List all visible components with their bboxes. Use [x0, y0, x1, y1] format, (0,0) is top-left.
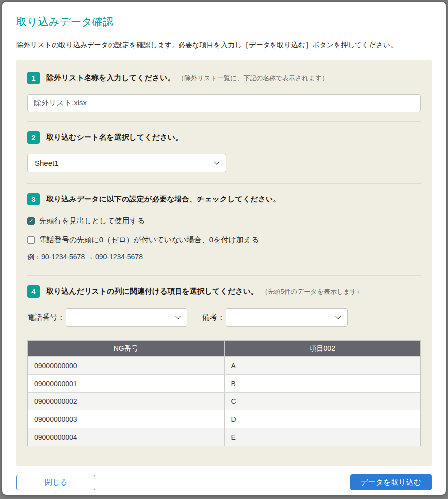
- header-row-checkbox-label: 先頭行を見出しとして使用する: [39, 216, 145, 226]
- section4-label-wrap: 取り込んだリストの列に関連付ける項目を選択してください。 （先頭5件のデータを表…: [46, 287, 363, 296]
- section4-note: （先頭5件のデータを表示します）: [261, 288, 362, 295]
- phone-column-select[interactable]: [66, 308, 187, 327]
- page-title: 取り込みデータ確認: [16, 15, 432, 29]
- table-row: 09000000002 C: [28, 392, 420, 410]
- section-list-name: 1 除外リスト名称を入力してください。 （除外リスト一覧に、下記の名称で表示され…: [27, 72, 421, 121]
- table-cell: 09000000000: [28, 357, 224, 374]
- section3-header: 3 取り込みデータに以下の設定が必要な場合、チェックしてください。: [27, 193, 421, 205]
- section-column-mapping: 4 取り込んだリストの列に関連付ける項目を選択してください。 （先頭5件のデータ…: [27, 275, 421, 446]
- table-cell: B: [224, 375, 421, 392]
- step1-badge: 1: [27, 72, 40, 84]
- table-row: 09000000004 E: [28, 428, 420, 446]
- table-cell: 09000000001: [28, 375, 224, 392]
- header-row-checkbox-row[interactable]: 先頭行を見出しとして使用する: [27, 216, 421, 226]
- section1-label-wrap: 除外リスト名称を入力してください。 （除外リスト一覧に、下記の名称で表示されます…: [46, 73, 328, 83]
- table-cell: C: [224, 393, 421, 410]
- table-header-row: NG番号 項目002: [28, 341, 420, 356]
- section2-header: 2 取り込むシート名を選択してください。: [27, 131, 421, 144]
- chevron-down-icon: [175, 313, 180, 319]
- close-button[interactable]: 閉じる: [16, 475, 95, 490]
- section-options: 3 取り込みデータに以下の設定が必要な場合、チェックしてください。 先頭行を見出…: [27, 183, 421, 275]
- table-header-item002: 項目002: [224, 341, 421, 356]
- section4-header: 4 取り込んだリストの列に関連付ける項目を選択してください。 （先頭5件のデータ…: [27, 285, 421, 298]
- step2-badge: 2: [27, 131, 40, 144]
- dialog-subtitle: 除外リストの取り込みデータの設定を確認します。必要な項目を入力し［データを取り込…: [16, 41, 432, 50]
- chevron-down-icon: [214, 159, 219, 164]
- zero-example-text: 例：90-1234-5678 → 090-1234-5678: [27, 253, 421, 262]
- mapping-row: 電話番号： 備考：: [27, 308, 421, 327]
- sheet-select-value: Sheet1: [35, 159, 59, 167]
- table-row: 09000000003 D: [28, 410, 420, 428]
- dialog-footer: 閉じる データを取り込む: [16, 474, 432, 490]
- table-cell: 09000000004: [28, 428, 224, 446]
- chevron-down-icon: [335, 313, 341, 319]
- remarks-map-label: 備考：: [202, 313, 225, 322]
- table-cell: E: [224, 428, 421, 446]
- header-row-checkbox[interactable]: [27, 217, 35, 225]
- table-cell: 09000000003: [28, 410, 224, 428]
- table-header-ng-number: NG番号: [28, 341, 224, 356]
- preview-table: NG番号 項目002 09000000000 A 09000000001 B 0…: [27, 340, 421, 446]
- sheet-select[interactable]: Sheet1: [27, 154, 226, 172]
- table-cell: A: [224, 357, 421, 374]
- section1-note: （除外リスト一覧に、下記の名称で表示されます）: [178, 74, 328, 82]
- add-zero-checkbox-row[interactable]: 電話番号の先頭に0（ゼロ）が付いていない場合、0を付け加える: [27, 235, 421, 245]
- table-row: 09000000000 A: [28, 356, 420, 374]
- table-row: 09000000001 B: [28, 374, 420, 392]
- remarks-column-select[interactable]: [226, 308, 348, 327]
- section4-label: 取り込んだリストの列に関連付ける項目を選択してください。: [46, 287, 258, 295]
- add-zero-checkbox[interactable]: [27, 236, 35, 244]
- table-cell: D: [224, 410, 421, 428]
- section2-label: 取り込むシート名を選択してください。: [46, 133, 182, 142]
- section1-label: 除外リスト名称を入力してください。: [46, 73, 175, 82]
- step4-badge: 4: [27, 285, 40, 298]
- table-cell: 09000000002: [28, 393, 224, 410]
- section-sheet-select: 2 取り込むシート名を選択してください。 Sheet1: [27, 121, 421, 183]
- import-confirm-dialog: 取り込みデータ確認 除外リストの取り込みデータの設定を確認します。必要な項目を入…: [2, 2, 446, 495]
- section1-header: 1 除外リスト名称を入力してください。 （除外リスト一覧に、下記の名称で表示され…: [27, 72, 421, 84]
- list-name-input[interactable]: [27, 94, 421, 112]
- settings-panel: 1 除外リスト名称を入力してください。 （除外リスト一覧に、下記の名称で表示され…: [16, 60, 432, 466]
- import-data-button[interactable]: データを取り込む: [350, 474, 432, 490]
- section3-label: 取り込みデータに以下の設定が必要な場合、チェックしてください。: [46, 195, 280, 204]
- add-zero-checkbox-label: 電話番号の先頭に0（ゼロ）が付いていない場合、0を付け加える: [39, 235, 259, 245]
- step3-badge: 3: [27, 193, 40, 205]
- phone-map-label: 電話番号：: [27, 313, 65, 322]
